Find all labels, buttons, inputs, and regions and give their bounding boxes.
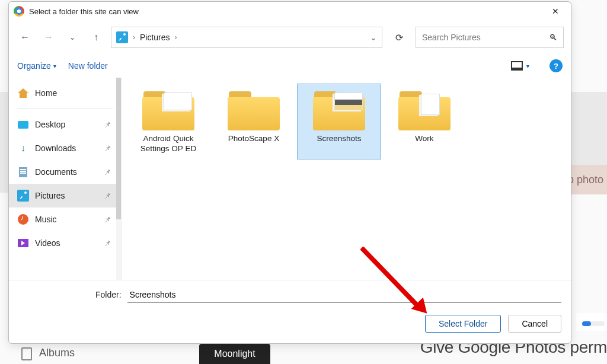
sidebar-item-documents[interactable]: Documents 📌︎	[9, 160, 121, 184]
folder-android-quick-settings[interactable]: Android Quick Settings OP ED	[126, 84, 210, 159]
pin-icon: 📌︎	[104, 120, 111, 129]
sidebar-item-downloads[interactable]: ↓ Downloads 📌︎	[9, 136, 121, 160]
command-bar: Organize▾ New folder ▾ ?	[9, 54, 571, 78]
albums-icon	[21, 347, 32, 360]
folder-picker-dialog: Select a folder this site can view ✕ ← →…	[8, 1, 571, 344]
sidebar-item-desktop[interactable]: Desktop 📌︎	[9, 113, 121, 136]
folder-work[interactable]: Work	[382, 84, 467, 159]
sidebar-item-label: Documents	[35, 167, 77, 177]
sidebar-item-label: Downloads	[35, 143, 76, 153]
sidebar-item-label: Videos	[35, 238, 60, 248]
up-button[interactable]: ↑	[87, 27, 105, 47]
pin-icon: 📌︎	[104, 191, 111, 200]
home-icon	[18, 88, 28, 98]
downloads-icon: ↓	[17, 143, 29, 154]
forward-button[interactable]: →	[40, 27, 57, 47]
folder-label: Work	[415, 134, 433, 154]
cancel-button[interactable]: Cancel	[508, 315, 561, 333]
documents-icon	[19, 167, 27, 177]
music-icon	[18, 214, 28, 225]
desktop-icon	[18, 121, 28, 129]
videos-icon	[18, 239, 28, 247]
titlebar: Select a folder this site can view ✕	[9, 2, 571, 21]
sidebar-item-label: Home	[35, 88, 57, 98]
backdrop-albums: Albums	[39, 347, 75, 359]
nav-toolbar: ← → ⌄ ↑ › Pictures › ⌄ ⟳ 🔍︎	[9, 21, 571, 54]
sidebar-item-pictures[interactable]: Pictures 📌︎	[9, 184, 121, 207]
search-box[interactable]: 🔍︎	[416, 27, 564, 48]
select-folder-button[interactable]: Select Folder	[425, 315, 501, 333]
dialog-title: Select a folder this site can view	[29, 7, 545, 16]
pictures-icon	[17, 190, 29, 202]
folder-icon	[313, 89, 365, 130]
chevron-right-icon: ›	[175, 33, 177, 41]
chrome-icon	[14, 6, 24, 17]
pin-icon: 📌︎	[104, 215, 111, 224]
folder-name-input[interactable]	[127, 286, 561, 303]
back-button[interactable]: ←	[16, 27, 34, 47]
sidebar-item-videos[interactable]: Videos 📌︎	[9, 231, 121, 255]
sidebar-item-music[interactable]: Music 📌︎	[9, 207, 121, 231]
pin-icon: 📌︎	[104, 168, 111, 177]
folder-icon	[228, 89, 280, 130]
sidebar-item-label: Pictures	[35, 191, 65, 200]
sidebar-scrollbar[interactable]	[116, 78, 121, 280]
folder-label: Android Quick Settings OP ED	[129, 134, 207, 154]
chevron-down-icon[interactable]: ⌄	[370, 33, 377, 42]
pin-icon: 📌︎	[104, 239, 111, 248]
refresh-button[interactable]: ⟳	[388, 27, 410, 48]
sidebar-item-label: Music	[35, 215, 57, 224]
folder-label: PhotoScape X	[228, 134, 279, 154]
search-icon: 🔍︎	[549, 33, 557, 42]
help-button[interactable]: ?	[550, 59, 563, 72]
address-bar[interactable]: › Pictures › ⌄	[111, 27, 382, 48]
folder-label: Screenshots	[317, 134, 361, 154]
view-options-button[interactable]: ▾	[511, 61, 529, 71]
backdrop-chip: Moonlight	[199, 344, 270, 364]
folder-field-label: Folder:	[95, 290, 122, 299]
dialog-footer: Folder: Select Folder Cancel	[9, 280, 571, 343]
sidebar: Home Desktop 📌︎ ↓ Downloads 📌︎ Documents…	[9, 78, 122, 280]
close-button[interactable]: ✕	[545, 3, 566, 20]
caret-down-icon: ▾	[526, 63, 529, 69]
progress-indicator	[582, 321, 605, 326]
pictures-icon	[116, 31, 128, 43]
search-input[interactable]	[422, 33, 549, 42]
folder-icon	[142, 89, 194, 130]
sidebar-item-label: Desktop	[35, 120, 65, 129]
new-folder-button[interactable]: New folder	[68, 61, 108, 71]
chevron-right-icon: ›	[133, 33, 135, 41]
view-icon	[511, 61, 523, 71]
recent-locations-button[interactable]: ⌄	[63, 27, 81, 47]
folder-grid: Android Quick Settings OP ED PhotoScape …	[122, 78, 571, 280]
pin-icon: 📌︎	[104, 144, 111, 153]
folder-icon	[398, 89, 451, 130]
sidebar-item-home[interactable]: Home	[9, 81, 121, 105]
organize-menu[interactable]: Organize▾	[17, 61, 56, 71]
folder-photoscape-x[interactable]: PhotoScape X	[212, 84, 296, 159]
breadcrumb-pictures[interactable]: Pictures	[140, 33, 170, 42]
folder-screenshots[interactable]: Screenshots	[297, 84, 381, 159]
